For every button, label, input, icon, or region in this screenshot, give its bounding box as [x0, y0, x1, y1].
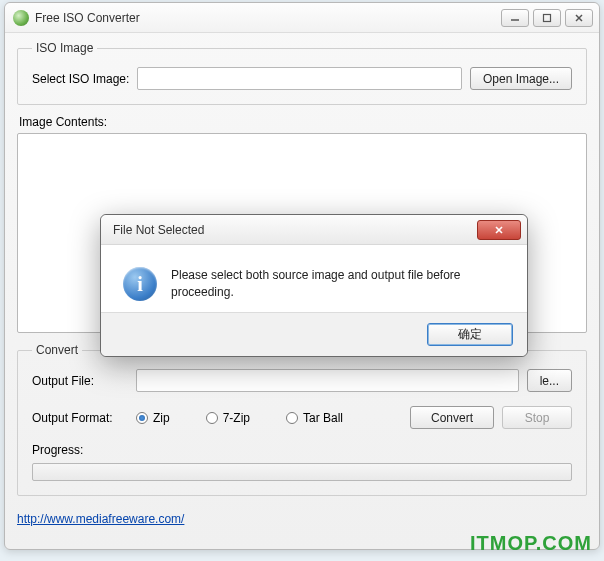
titlebar[interactable]: Free ISO Converter — [5, 3, 599, 33]
progress-label: Progress: — [32, 443, 83, 457]
radio-7zip[interactable]: 7-Zip — [206, 411, 250, 425]
modal-ok-button[interactable]: 确定 — [427, 323, 513, 346]
window-title: Free ISO Converter — [35, 11, 501, 25]
output-file-input[interactable] — [136, 369, 519, 392]
modal-message: Please select both source image and outp… — [171, 267, 505, 302]
watermark: ITMOP.COM — [470, 532, 592, 555]
modal-close-button[interactable] — [477, 220, 521, 240]
iso-image-group: ISO Image Select ISO Image: Open Image..… — [17, 41, 587, 105]
radio-zip-icon — [136, 412, 148, 424]
radio-7zip-label: 7-Zip — [223, 411, 250, 425]
progress-bar — [32, 463, 572, 481]
convert-legend: Convert — [32, 343, 82, 357]
radio-7zip-icon — [206, 412, 218, 424]
radio-tarball-label: Tar Ball — [303, 411, 343, 425]
radio-zip-label: Zip — [153, 411, 170, 425]
radio-zip[interactable]: Zip — [136, 411, 170, 425]
modal-title: File Not Selected — [113, 223, 477, 237]
select-iso-input[interactable] — [137, 67, 462, 90]
app-icon — [13, 10, 29, 26]
info-icon: i — [123, 267, 157, 301]
minimize-button[interactable] — [501, 9, 529, 27]
stop-button: Stop — [502, 406, 572, 429]
image-contents-label: Image Contents: — [19, 115, 585, 129]
select-iso-label: Select ISO Image: — [32, 72, 129, 86]
convert-group: Convert Output File: le... Output Format… — [17, 343, 587, 496]
radio-tarball-icon — [286, 412, 298, 424]
iso-image-legend: ISO Image — [32, 41, 97, 55]
website-link[interactable]: http://www.mediafreeware.com/ — [17, 512, 184, 526]
output-format-label: Output Format: — [32, 411, 128, 425]
output-file-label: Output File: — [32, 374, 128, 388]
maximize-button[interactable] — [533, 9, 561, 27]
svg-rect-1 — [544, 14, 551, 21]
convert-button[interactable]: Convert — [410, 406, 494, 429]
output-file-button[interactable]: le... — [527, 369, 572, 392]
radio-tarball[interactable]: Tar Ball — [286, 411, 343, 425]
open-image-button[interactable]: Open Image... — [470, 67, 572, 90]
modal-dialog: File Not Selected i Please select both s… — [100, 214, 528, 357]
modal-titlebar[interactable]: File Not Selected — [101, 215, 527, 245]
close-button[interactable] — [565, 9, 593, 27]
